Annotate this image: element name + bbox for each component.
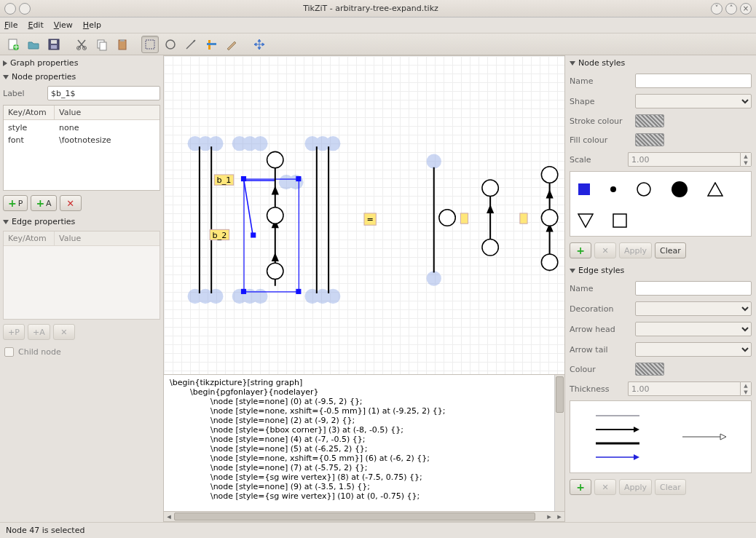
save-button[interactable] (45, 36, 63, 53)
arrowhead-select[interactable] (635, 322, 752, 336)
open-button[interactable] (25, 36, 42, 53)
edgestyle-name-input[interactable] (635, 281, 752, 296)
add-atom-button-edge: +A (28, 324, 50, 340)
fill-colour-swatch[interactable] (635, 133, 664, 146)
center-panel: b_1 b_2 = \begin{ (163, 55, 565, 522)
shape-triangle-up[interactable] (707, 182, 723, 197)
svg-rect-9 (100, 42, 106, 50)
clear-edgestyle-button: Clear (655, 479, 686, 495)
checkbox-icon (4, 347, 14, 357)
right-panel: Node styles Name Shape Stroke colour Fil… (565, 55, 756, 522)
canvas[interactable]: b_1 b_2 = (163, 55, 565, 375)
svg-rect-68 (578, 183, 590, 195)
shape-circle-filled[interactable] (671, 181, 688, 198)
shape-circle[interactable] (636, 181, 652, 197)
stroke-colour-swatch[interactable] (635, 114, 664, 127)
maximize-button[interactable]: ˄ (725, 3, 737, 15)
svg-point-24 (253, 136, 267, 151)
remove-property-button-edge: ✕ (53, 324, 75, 340)
svg-rect-62 (460, 213, 468, 223)
edge-plain[interactable] (596, 413, 639, 419)
svg-rect-43 (296, 289, 301, 294)
add-style-button[interactable]: + (570, 242, 591, 258)
horizontal-scrollbar[interactable]: ◂ ▸ ▸ (163, 512, 565, 522)
paste-button[interactable] (114, 36, 131, 53)
shape-palette[interactable] (570, 171, 752, 237)
edge-palette[interactable] (570, 400, 752, 473)
add-property-button-edge: +P (3, 324, 25, 340)
edge-properties-header[interactable]: Edge properties (3, 215, 160, 228)
diagram[interactable]: b_1 b_2 = (164, 56, 564, 375)
svg-point-27 (253, 289, 267, 304)
arrowtail-select[interactable] (635, 342, 752, 357)
shape-square[interactable] (613, 213, 627, 228)
node-tool[interactable] (162, 36, 179, 53)
window-menu-icon[interactable] (4, 3, 16, 15)
menu-help[interactable]: Help (83, 20, 101, 30)
statusbar: Node 47 is selected (0, 522, 756, 538)
toolbar: + (0, 33, 756, 55)
edge-tool[interactable] (182, 36, 200, 53)
remove-edgestyle-button: ✕ (594, 479, 616, 495)
clear-style-button[interactable]: Clear (655, 242, 686, 258)
shape-square-filled[interactable] (578, 183, 591, 196)
node-styles-header[interactable]: Node styles (570, 57, 752, 69)
edge-arrow-black[interactable] (596, 426, 639, 433)
svg-point-52 (267, 207, 283, 223)
edge-keyvalue-grid[interactable]: Key/AtomValue (3, 231, 160, 320)
decoration-select[interactable] (635, 301, 752, 316)
window-sticky-icon[interactable] (19, 3, 31, 15)
vertical-scrollbar[interactable] (554, 375, 564, 511)
edge-colour-swatch[interactable] (635, 363, 664, 376)
menu-view[interactable]: View (54, 20, 73, 30)
add-property-button[interactable]: P (3, 195, 28, 211)
svg-point-61 (482, 240, 498, 256)
nodestyle-name-input[interactable] (635, 74, 752, 88)
edge-styles-header[interactable]: Edge styles (570, 264, 752, 277)
titlebar: TikZiT - arbitrary-tree-expand.tikz ˅ ˄ … (0, 0, 756, 17)
status-text: Node 47 is selected (6, 526, 84, 535)
code-view[interactable]: \begin{tikzpicture}[string graph] \begin… (163, 375, 565, 512)
node-keyvalue-grid[interactable]: Key/AtomValue stylenone font\footnotesiz… (3, 105, 160, 191)
shape-select[interactable] (635, 94, 752, 108)
add-atom-button[interactable]: A (31, 195, 56, 211)
minimize-button[interactable]: ˅ (711, 3, 722, 15)
label-input[interactable] (47, 86, 160, 100)
remove-style-button: ✕ (594, 242, 616, 258)
edge-arrow-thin[interactable] (682, 433, 726, 440)
svg-point-13 (166, 40, 175, 49)
window-title: TikZiT - arbitrary-tree-expand.tikz (34, 4, 708, 13)
svg-rect-72 (613, 214, 626, 227)
svg-point-51 (267, 151, 283, 167)
copy-button[interactable] (93, 36, 111, 53)
graph-properties-header[interactable]: Graph properties (3, 57, 160, 69)
svg-point-64 (541, 167, 557, 183)
svg-rect-40 (296, 176, 301, 181)
menu-edit[interactable]: Edit (28, 20, 43, 30)
edge-thick[interactable] (596, 440, 639, 446)
scale-input[interactable] (628, 152, 740, 167)
shape-dot[interactable] (610, 186, 617, 193)
shape-triangle-down[interactable] (578, 213, 594, 228)
cut-button[interactable] (73, 36, 90, 53)
apply-edgestyle-button: Apply (619, 479, 652, 495)
edge-arrow-blue[interactable] (596, 454, 639, 461)
remove-property-button[interactable]: ✕ (60, 195, 82, 211)
svg-line-45 (244, 181, 253, 235)
node-properties-header[interactable]: Node properties (3, 71, 160, 83)
close-button[interactable]: × (740, 3, 752, 15)
svg-rect-12 (146, 40, 154, 49)
child-node-checkbox: Child node (3, 344, 160, 360)
thickness-input[interactable] (628, 381, 740, 396)
menu-file[interactable]: File (4, 20, 17, 30)
svg-text:+: + (12, 42, 19, 51)
add-edgestyle-button[interactable]: + (570, 479, 591, 495)
svg-point-37 (427, 271, 441, 285)
new-button[interactable]: + (4, 36, 22, 53)
draw-tool[interactable] (223, 36, 240, 53)
select-tool[interactable] (141, 36, 159, 53)
svg-point-70 (637, 183, 650, 196)
code-text[interactable]: \begin{tikzpicture}[string graph] \begin… (164, 375, 554, 511)
crop-tool[interactable] (202, 36, 220, 53)
move-tool[interactable] (251, 36, 268, 53)
